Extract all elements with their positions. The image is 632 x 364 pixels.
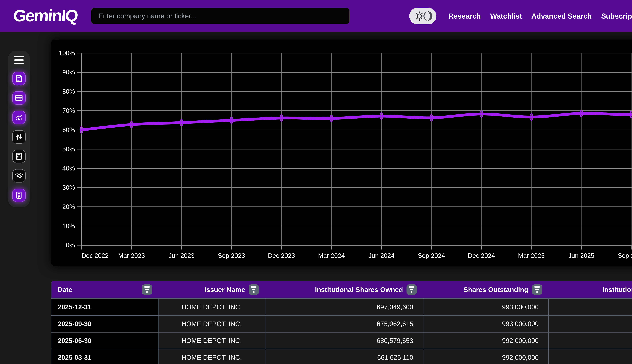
table-button[interactable] <box>12 91 26 105</box>
x-axis-tick-label: Dec 2023 <box>268 252 295 259</box>
x-axis-tick-label: Mar 2023 <box>118 252 145 259</box>
shares-outstanding-cell: 993,000,000 <box>423 298 548 315</box>
logo[interactable]: GeminIQ <box>13 6 78 25</box>
x-axis-tick-label: Sep 2024 <box>418 252 445 259</box>
y-axis-tick-label: 0% <box>66 242 75 249</box>
column-header-label: Issuer Name <box>204 286 245 294</box>
compare-button[interactable] <box>12 130 26 144</box>
sun-icon <box>413 10 432 22</box>
issuer-cell: HOME DEPOT, INC. <box>158 349 265 364</box>
column-header-label: Institutional Ownership % <box>602 286 632 294</box>
calculator-icon <box>15 152 23 160</box>
shares-owned-cell: 697,049,600 <box>265 298 423 315</box>
ownership-line-series <box>82 110 632 130</box>
date-cell: 2025-03-31 <box>52 349 158 364</box>
nav-link-advanced-search[interactable]: Advanced Search <box>532 12 592 20</box>
shares-owned-cell: 675,962,615 <box>265 315 423 332</box>
y-axis-tick-label: 90% <box>62 69 75 76</box>
filter-icon[interactable] <box>249 284 259 295</box>
table-header-row: DateIssuer NameInstitutional Shares Owne… <box>52 281 632 298</box>
shares-outstanding-cell: 993,000,000 <box>423 315 548 332</box>
table-row: 2025-03-31HOME DEPOT, INC.661,625,110992… <box>52 349 632 364</box>
holdings-table-card: DateIssuer NameInstitutional Shares Owne… <box>51 281 632 364</box>
y-axis-tick-label: 80% <box>62 88 75 95</box>
issuer-cell: HOME DEPOT, INC. <box>158 315 265 332</box>
y-axis-tick-label: 30% <box>62 184 75 191</box>
x-axis-tick-label: Sep 2023 <box>218 252 245 259</box>
x-axis-tick-label: Mar 2024 <box>318 252 345 259</box>
column-header-shares-outstanding[interactable]: Shares Outstanding <box>423 281 548 298</box>
issuer-cell: HOME DEPOT, INC. <box>158 332 265 349</box>
column-header-institutional-shares-owned[interactable]: Institutional Shares Owned <box>265 281 423 298</box>
date-cell: 2025-09-30 <box>52 315 158 332</box>
column-header-date[interactable]: Date <box>52 281 158 298</box>
moon-icon <box>424 11 432 21</box>
shares-owned-cell: 680,579,653 <box>265 332 423 349</box>
table-icon <box>15 94 23 102</box>
filter-icon[interactable] <box>532 284 542 295</box>
company-button[interactable] <box>12 188 26 202</box>
sidebar <box>8 50 30 207</box>
document-icon <box>15 74 23 82</box>
search-input[interactable] <box>91 8 350 24</box>
y-axis-tick-label: 10% <box>62 222 75 230</box>
column-header-institutional-ownership[interactable]: Institutional Ownership % <box>548 281 632 298</box>
x-axis-tick-label: Mar 2025 <box>518 252 545 259</box>
deals-button[interactable] <box>12 169 26 182</box>
nav-link-subscription[interactable]: Subscription <box>601 12 632 20</box>
y-axis-tick-label: 100% <box>59 50 75 56</box>
column-header-label: Date <box>58 286 72 294</box>
date-cell: 2025-06-30 <box>52 332 158 349</box>
chart-card: 0%10%20%30%40%50%60%70%80%90%100%Dec 202… <box>51 40 632 266</box>
institutional-ownership-chart: 0%10%20%30%40%50%60%70%80%90%100%Dec 202… <box>51 40 632 266</box>
x-axis-tick-label: Jun 2024 <box>368 252 394 259</box>
ownership-pct-cell: 68.61% <box>548 332 632 349</box>
x-axis-tick-label: Jun 2023 <box>168 252 194 259</box>
ownership-pct-cell: 66.70% <box>548 349 632 364</box>
building-icon <box>15 191 23 199</box>
x-axis-tick-label: Sep 2025 <box>618 252 632 259</box>
x-axis-tick-label: Dec 2024 <box>468 252 495 259</box>
shares-owned-cell: 661,625,110 <box>265 349 423 364</box>
documents-button[interactable] <box>12 72 26 85</box>
ownership-pct-cell: 70.20% <box>548 298 632 315</box>
nav-link-research[interactable]: Research <box>448 12 481 20</box>
x-axis-tick-label: Dec 2022 <box>82 252 108 259</box>
chart-trend-icon <box>15 114 23 121</box>
column-header-label: Institutional Shares Owned <box>315 286 403 294</box>
filter-icon[interactable] <box>406 284 417 295</box>
shares-outstanding-cell: 992,000,000 <box>423 349 548 364</box>
table-row: 2025-09-30HOME DEPOT, INC.675,962,615993… <box>52 315 632 332</box>
y-axis-tick-label: 70% <box>62 107 75 114</box>
chart-button[interactable] <box>12 111 26 124</box>
table-row: 2025-06-30HOME DEPOT, INC.680,579,653992… <box>52 332 632 349</box>
nav-links: Research Watchlist Advanced Search Subsc… <box>409 0 632 32</box>
handshake-icon <box>15 172 23 180</box>
date-cell: 2025-12-31 <box>52 298 158 315</box>
y-axis-tick-label: 20% <box>62 203 75 210</box>
nav-link-watchlist[interactable]: Watchlist <box>490 12 522 20</box>
column-header-label: Shares Outstanding <box>464 286 528 294</box>
y-axis-tick-label: 60% <box>62 126 75 134</box>
table-row: 2025-12-31HOME DEPOT, INC.697,049,600993… <box>52 298 632 315</box>
issuer-cell: HOME DEPOT, INC. <box>158 298 265 315</box>
y-axis-tick-label: 40% <box>62 165 75 172</box>
up-down-arrows-icon <box>15 133 23 141</box>
menu-toggle[interactable] <box>12 56 26 64</box>
ownership-pct-cell: 68.07% <box>548 315 632 332</box>
column-header-issuer-name[interactable]: Issuer Name <box>158 281 265 298</box>
filter-icon[interactable] <box>142 284 152 295</box>
holdings-table: DateIssuer NameInstitutional Shares Owne… <box>52 281 632 364</box>
shares-outstanding-cell: 992,000,000 <box>423 332 548 349</box>
y-axis-tick-label: 50% <box>62 146 75 153</box>
calculator-button[interactable] <box>12 150 26 163</box>
navbar: GeminIQ Research Watchlist Advance <box>0 0 632 32</box>
x-axis-tick-label: Jun 2025 <box>568 252 594 259</box>
hamburger-icon <box>14 56 24 58</box>
theme-toggle[interactable] <box>409 8 436 24</box>
